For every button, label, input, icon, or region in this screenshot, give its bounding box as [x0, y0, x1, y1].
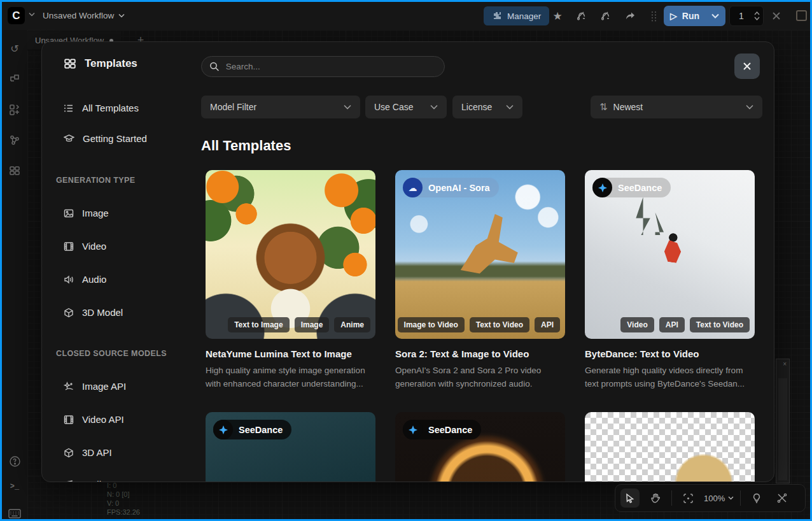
workflow-title-menu[interactable]: Unsaved Workflow [43, 11, 125, 20]
zoom-level-dropdown[interactable]: 100% [704, 494, 734, 503]
templates-rail-icon[interactable] [8, 164, 22, 178]
sidebar-item-3d-model[interactable]: 3D Model [64, 307, 123, 318]
node-library-icon[interactable] [8, 103, 22, 117]
stat-i: I: 0 [107, 481, 140, 490]
left-icon-rail: ↺ >_ [2, 30, 27, 519]
list-icon [64, 103, 74, 113]
sort-arrows-icon: ⇅ [599, 101, 608, 113]
chevron-down-icon [728, 496, 734, 500]
manager-button[interactable]: Manager [484, 6, 549, 25]
run-button[interactable]: ▷ Run [664, 6, 725, 26]
toggle-link-visibility-button[interactable] [773, 489, 792, 508]
film-icon [64, 241, 74, 252]
provider-pill: SeeDance [213, 420, 291, 439]
keyboard-shortcuts-icon[interactable] [8, 506, 22, 520]
sidebar-item-audio[interactable]: Audio [64, 274, 106, 285]
template-thumbnail [585, 412, 755, 482]
fit-view-button[interactable] [678, 489, 697, 508]
all-templates-heading: All Templates [201, 138, 291, 154]
chevron-down-icon [506, 104, 514, 110]
template-thumbnail: Text to Image Image Anime [206, 170, 375, 339]
sidebar-item-audio-api[interactable]: Audio API [64, 479, 124, 482]
sort-dropdown[interactable]: ⇅ Newest [591, 96, 762, 118]
pan-tool-button[interactable] [646, 489, 665, 508]
batch-count-stepper[interactable]: 1 [729, 6, 764, 26]
badge: Text to Video [690, 317, 750, 332]
top-menubar: C Unsaved Workflow Manager ★ [2, 2, 810, 30]
template-thumbnail: SeeDance Video API Text to Video [585, 170, 755, 339]
node-close-icon[interactable]: × [783, 360, 787, 368]
graduation-cap-icon [64, 134, 74, 143]
templates-modal-title: Templates [64, 57, 137, 70]
template-card-sora2[interactable]: ☁ OpenAI - Sora Image to Video Text to V… [395, 170, 565, 391]
template-title: ByteDance: Text to Video [585, 348, 755, 359]
app-window: C Unsaved Workflow Manager ★ [0, 0, 812, 521]
focus-icon [683, 493, 694, 504]
drag-handle-icon[interactable] [647, 9, 661, 23]
section-closed-source: CLOSED SOURCE MODELS [56, 349, 167, 358]
sidebar-item-getting-started[interactable]: Getting Started [64, 133, 147, 144]
share-icon[interactable] [623, 9, 637, 23]
badge: Video [620, 317, 654, 332]
cube-icon [64, 308, 74, 318]
badge: Text to Video [470, 317, 529, 332]
provider-pill: SeeDance [592, 178, 671, 197]
cube-icon [64, 448, 74, 458]
model-library-icon[interactable] [8, 133, 22, 147]
stepper-up-icon[interactable] [754, 11, 760, 15]
template-card-seedance-1[interactable]: SeeDance [206, 412, 375, 482]
image-icon [64, 208, 74, 218]
logo-menu-chevron-icon[interactable] [29, 12, 35, 17]
badge: Image [295, 317, 330, 332]
toggle-theme-button[interactable] [747, 489, 766, 508]
stop-square-icon[interactable] [796, 10, 807, 21]
model-filter-dropdown[interactable]: Model Filter [201, 96, 360, 118]
sidebar-item-video-api[interactable]: Video API [64, 414, 124, 425]
pointer-tool-button[interactable] [620, 489, 640, 508]
chevron-down-icon [118, 13, 125, 18]
template-card-background-removal[interactable] [585, 412, 755, 482]
history-icon[interactable]: ↺ [8, 41, 22, 55]
lightbulb-icon [752, 493, 762, 503]
seedance-logo-icon [213, 420, 233, 439]
template-card-netayume[interactable]: Text to Image Image Anime NetaYume Lumin… [206, 170, 375, 391]
run-options-chevron-icon[interactable] [711, 13, 719, 18]
use-case-dropdown[interactable]: Use Case [365, 96, 447, 118]
template-title: NetaYume Lumina Text to Image [206, 348, 375, 359]
interrupt-close-icon[interactable] [769, 9, 783, 23]
puzzle-icon [492, 11, 502, 21]
search-input[interactable] [226, 62, 437, 71]
template-thumbnail: SeeDance [206, 412, 375, 482]
sidebar-item-video[interactable]: Video [64, 241, 106, 252]
film-icon [64, 415, 74, 425]
template-card-bytedance[interactable]: SeeDance Video API Text to Video ByteDan… [585, 170, 755, 391]
modal-close-button[interactable] [734, 54, 760, 79]
favorites-star-icon[interactable]: ★ [550, 9, 564, 23]
notification-bell-slash-icon-2[interactable] [598, 9, 612, 23]
queue-icon[interactable] [8, 72, 22, 86]
template-card-seedance-2[interactable]: SeeDance [395, 412, 565, 482]
notification-bell-slash-icon[interactable] [574, 9, 588, 23]
template-search[interactable] [201, 56, 445, 77]
templates-modal: Templates All Templates Getting Started … [41, 41, 774, 482]
license-dropdown[interactable]: License [452, 96, 522, 118]
sidebar-item-image[interactable]: Image [64, 208, 109, 218]
section-generation-type: GENERATION TYPE [56, 176, 136, 185]
template-description: OpenAI's Sora 2 and Sora 2 Pro video gen… [395, 364, 565, 391]
help-icon[interactable] [8, 454, 22, 468]
sidebar-item-all-templates[interactable]: All Templates [64, 103, 139, 113]
chevron-down-icon [746, 104, 753, 110]
stepper-down-icon[interactable] [754, 17, 760, 20]
badge: API [535, 317, 560, 332]
sidebar-item-3d-api[interactable]: 3D API [64, 447, 112, 458]
template-description: High quality anime style image generatio… [206, 364, 375, 391]
terminal-icon[interactable]: >_ [8, 480, 22, 494]
sidebar-item-image-api[interactable]: Image API [64, 381, 126, 392]
badge: Anime [334, 317, 370, 332]
badge: API [659, 317, 685, 332]
stat-v: V: 0 [107, 499, 140, 508]
chevron-down-icon [430, 104, 438, 110]
music-note-icon [64, 480, 74, 483]
background-node[interactable]: × [776, 359, 790, 483]
comfyui-logo[interactable]: C [8, 7, 25, 24]
